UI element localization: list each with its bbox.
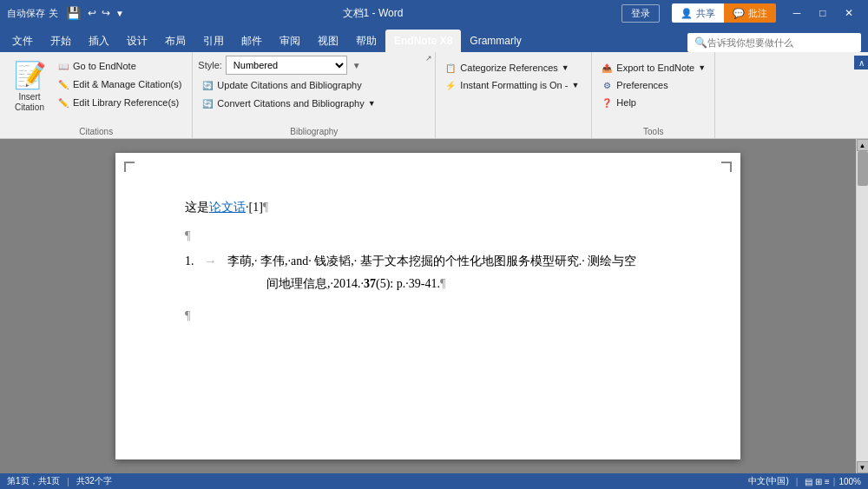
tab-layout[interactable]: 布局 [156,30,194,52]
bibliography-expand-button[interactable]: ↗ [423,52,435,64]
edit-manage-label: Edit & Manage Citation(s) [73,79,181,89]
share-comment-area: 登录 [621,4,660,23]
instant-label: Instant Formatting is On - [460,80,568,90]
share-icon: 👤 [681,8,693,19]
edit-library-icon: ✏️ [57,98,69,108]
scroll-down-button[interactable]: ▼ [857,461,869,473]
window-title: 文档1 - Word [343,6,404,21]
categorize-references-button[interactable]: 📋 Categorize References ▼ [441,59,572,76]
style-select[interactable]: Numbered Author-Date Annotated [226,56,347,75]
search-input[interactable] [707,37,854,48]
help-icon: ❓ [601,98,613,108]
tab-review[interactable]: 审阅 [271,30,309,52]
scroll-thumb[interactable] [858,151,868,186]
scroll-up-button[interactable]: ▲ [857,139,869,151]
title-bar: 自动保存 关 💾 ↩ ↪ ▼ 文档1 - Word 登录 👤 共享 💬 批注 ─… [0,0,868,26]
citations-group: 📝 InsertCitation 📖 Go to EndNote ✏️ Edit… [0,52,193,138]
categorize-group: 📋 Categorize References ▼ ⚡ Instant Form… [436,52,592,138]
paragraph-3: ¶ [185,305,688,327]
share-button[interactable]: 👤 共享 [672,3,724,23]
tab-references[interactable]: 引用 [194,30,233,52]
comment-button[interactable]: 💬 批注 [724,3,776,23]
goto-endnote-icon: 📖 [57,62,69,71]
view-icons[interactable]: ▤ ⊞ ≡ [805,477,829,486]
comment-icon: 💬 [733,8,745,19]
preferences-button[interactable]: ⚙ Preferences [597,76,671,94]
insert-citation-button[interactable]: 📝 InsertCitation [5,56,54,116]
para-mark-1: ¶ [263,201,268,214]
autosave-toggle[interactable]: 关 [49,7,58,20]
edit-library-button[interactable]: ✏️ Edit Library Reference(s) [54,94,185,111]
para-mark-2: ¶ [185,229,190,242]
edit-manage-icon: ✏️ [57,80,69,89]
tools-group: 📤 Export to EndNote ▼ ⚙ Preferences ❓ He… [592,52,715,138]
goto-endnote-button[interactable]: 📖 Go to EndNote [54,57,185,75]
expand-icon: ↗ [425,54,432,63]
help-label: Help [616,97,636,108]
tab-design[interactable]: 设计 [118,30,156,52]
update-label: Update Citations and Bibliography [217,80,361,90]
tab-grammarly[interactable]: Grammarly [461,30,529,52]
corner-mark-tr [721,162,732,172]
instant-icon: ⚡ [444,81,457,90]
save-button[interactable]: 💾 [63,3,82,23]
status-bar: 第1页，共1页 | 共32个字 中文(中国) | ▤ ⊞ ≡ | 100% [0,473,868,489]
reference-item-1: 1. → 李萌,· 李伟,·and· 钱凌韬,· 基于文本挖掘的个性化地图服务模… [185,250,688,294]
close-button[interactable]: ✕ [837,4,861,22]
minimize-button[interactable]: ─ [785,4,809,22]
instant-formatting-button[interactable]: ⚡ Instant Formatting is On - ▼ [441,76,582,94]
scroll-track[interactable] [857,151,869,461]
restore-button[interactable]: □ [811,4,835,22]
convert-label: Convert Citations and Bibliography [217,98,364,109]
instant-dropdown-icon: ▼ [571,81,579,89]
style-row: Style: Numbered Author-Date Annotated ▼ [198,56,360,75]
goto-endnote-label: Go to EndNote [73,61,136,71]
edit-manage-citation-button[interactable]: ✏️ Edit & Manage Citation(s) [54,76,185,93]
ribbon: 📝 InsertCitation 📖 Go to EndNote ✏️ Edit… [0,52,868,139]
preferences-label: Preferences [616,80,667,90]
update-citations-button[interactable]: 🔄 Update Citations and Bibliography [198,76,378,94]
export-label: Export to EndNote [616,63,694,73]
tab-insert[interactable]: 插入 [80,30,118,52]
preferences-icon: ⚙ [601,81,613,90]
autosave-label: 自动保存 [7,7,45,20]
categorize-icon: 📋 [444,63,457,73]
export-icon: 📤 [601,63,613,73]
corner-mark-tl [124,162,135,172]
tab-help[interactable]: 帮助 [347,30,385,52]
tab-view[interactable]: 视图 [309,30,347,52]
document-scroll-area: 这是论文话·[1]¶ ¶ 1. → 李萌,· 李伟,·and· 钱凌韬,· 基于… [0,139,868,473]
export-dropdown-icon: ▼ [698,63,706,72]
underline-text: 论文话 [209,201,246,214]
edit-library-label: Edit Library Reference(s) [73,97,179,108]
tab-file[interactable]: 文件 [3,30,42,52]
zoom-level: 100% [838,477,861,486]
help-button[interactable]: ❓ Help [597,94,640,111]
redo-button[interactable]: ↪ [102,7,110,19]
ribbon-tabs: 文件 开始 插入 设计 布局 引用 邮件 审阅 视图 帮助 EndNote X8… [0,26,868,52]
tab-home[interactable]: 开始 [42,30,80,52]
export-endnote-button[interactable]: 📤 Export to EndNote ▼ [597,59,709,76]
tab-endnote[interactable]: EndNote X8 [385,30,461,52]
title-bar-left: 自动保存 关 💾 ↩ ↪ ▼ [7,3,124,23]
tab-mailings[interactable]: 邮件 [233,30,271,52]
search-icon: 🔍 [694,36,707,49]
document-page: 这是论文话·[1]¶ ¶ 1. → 李萌,· 李伟,·and· 钱凌韬,· 基于… [115,153,740,459]
style-expand-icon: ▼ [352,61,361,70]
scrollbar-vertical: ▲ ▼ [856,139,868,473]
convert-dropdown-icon: ▼ [368,99,376,108]
update-icon: 🔄 [201,81,214,90]
insert-citation-label: InsertCitation [15,92,44,113]
bibliography-group-label: Bibliography [193,127,435,136]
customize-qat[interactable]: ▼ [115,9,124,18]
document-content: 这是论文话·[1]¶ ¶ 1. → 李萌,· 李伟,·and· 钱凌韬,· 基于… [185,196,688,327]
undo-button[interactable]: ↩ [88,7,96,19]
login-button[interactable]: 登录 [621,4,660,23]
word-count: 共32个字 [76,475,112,487]
bibliography-buttons: 🔄 Update Citations and Bibliography 🔄 Co… [198,76,378,112]
bibliography-group: Style: Numbered Author-Date Annotated ▼ … [193,52,436,138]
convert-citations-button[interactable]: 🔄 Convert Citations and Bibliography ▼ [198,95,378,112]
ref-num: 1. [185,250,194,294]
tools-group-label: Tools [592,127,714,136]
ribbon-collapse-button[interactable]: ∧ [854,56,868,69]
